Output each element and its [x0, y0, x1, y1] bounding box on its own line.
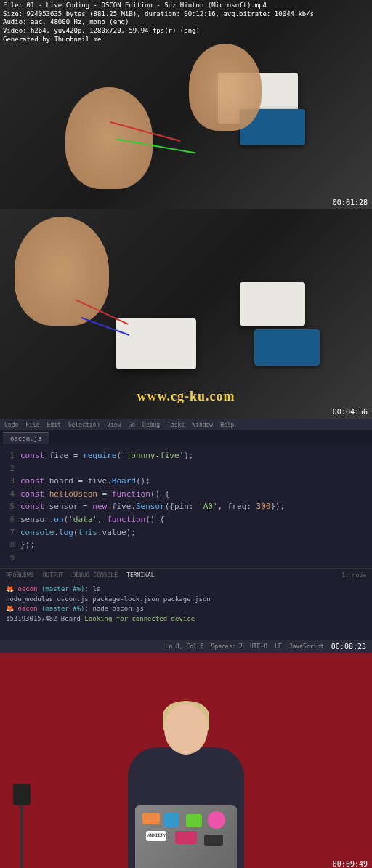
code-line-1: 1const five = require('johnny-five');: [0, 449, 372, 462]
menu-view[interactable]: View: [107, 422, 121, 428]
menu-help[interactable]: Help: [220, 422, 234, 428]
terminal-ls-output: node_modules oscon.js package-lock.json …: [6, 595, 366, 605]
meta-gen: Generated by Thumbnail me: [3, 36, 314, 44]
panel-debug[interactable]: DEBUG CONSOLE: [72, 572, 118, 579]
desk-lamp: [7, 784, 36, 868]
code-line-2: 2: [0, 462, 372, 475]
meta-video: Video: h264, yuv420p, 1280x720, 59.94 fp…: [3, 27, 314, 36]
video-frame-2: www.cg-ku.com 00:04:56: [0, 209, 372, 419]
code-line-7: 7 console.log(this.value);: [0, 526, 372, 539]
menu-window[interactable]: Window: [192, 422, 213, 428]
menu-code[interactable]: Code: [4, 422, 18, 428]
code-area[interactable]: 1const five = require('johnny-five'); 2 …: [0, 445, 372, 568]
status-spaces[interactable]: Spaces: 2: [211, 643, 243, 650]
menu-go[interactable]: Go: [128, 422, 135, 428]
presenter: ANXIETY: [121, 696, 251, 868]
watermark: www.cg-ku.com: [137, 389, 235, 404]
code-editor: Code File Edit Selection View Go Debug T…: [0, 419, 372, 653]
meta-audio: Audio: aac, 48000 Hz, mono (eng): [3, 18, 314, 27]
menu-debug[interactable]: Debug: [142, 422, 160, 428]
video-frame-4: ANXIETY 00:09:49: [0, 653, 372, 868]
arduino-board-2: [254, 329, 320, 366]
status-lang[interactable]: JavaScript: [289, 643, 324, 650]
status-cursor[interactable]: Ln 8, Col 6: [166, 643, 204, 650]
hand-right: [189, 44, 262, 131]
breadboard-1: [116, 318, 196, 369]
panel-tabs: PROBLEMS OUTPUT DEBUG CONSOLE TERMINAL 1…: [0, 568, 372, 582]
hand-left: [65, 87, 153, 189]
file-metadata: File: 01 - Live Coding - OSCON Edition -…: [0, 0, 317, 45]
timecode-2: 00:04:56: [333, 408, 368, 416]
tab-bar: oscon.js: [0, 430, 372, 445]
timecode-3: 00:08:23: [331, 643, 366, 651]
status-encoding[interactable]: UTF-8: [250, 643, 267, 650]
tab-oscon-js[interactable]: oscon.js: [3, 432, 49, 444]
panel-terminal[interactable]: TERMINAL: [126, 572, 155, 579]
menu-file[interactable]: File: [25, 422, 39, 428]
code-line-3: 3const board = five.Board();: [0, 475, 372, 488]
code-line-8: 8 });: [0, 539, 372, 552]
menu-selection[interactable]: Selection: [68, 422, 100, 428]
prompt-icon: 🦊 oscon: [6, 605, 38, 612]
terminal-selector[interactable]: 1: node: [341, 572, 366, 579]
meta-file: File: 01 - Live Coding - OSCON Edition -…: [3, 1, 314, 10]
meta-size: Size: 924053635 bytes (881.25 MiB), dura…: [3, 10, 314, 19]
status-bar: Ln 8, Col 6 Spaces: 2 UTF-8 LF JavaScrip…: [0, 640, 372, 653]
menu-edit[interactable]: Edit: [47, 422, 61, 428]
video-frame-1: File: 01 - Live Coding - OSCON Edition -…: [0, 0, 372, 209]
terminal[interactable]: 🦊 oscon (master #%): ls node_modules osc…: [0, 582, 372, 640]
status-eol[interactable]: LF: [275, 643, 282, 650]
menu-tasks[interactable]: Tasks: [167, 422, 185, 428]
code-line-4: 4const helloOscon = function() {: [0, 488, 372, 501]
panel-output[interactable]: OUTPUT: [43, 572, 64, 579]
code-line-6: 6 sensor.on('data', function() {: [0, 513, 372, 526]
menu-bar: Code File Edit Selection View Go Debug T…: [0, 419, 372, 430]
panel-problems[interactable]: PROBLEMS: [6, 572, 34, 579]
code-line-5: 5 const sensor = new five.Sensor({pin: '…: [0, 500, 372, 513]
timecode-1: 00:01:28: [333, 198, 368, 206]
prompt-icon: 🦊 oscon: [6, 585, 38, 592]
laptop: ANXIETY: [135, 805, 237, 868]
timecode-4: 00:09:49: [333, 860, 368, 868]
code-line-9: 9: [0, 552, 372, 565]
breadboard-2: [240, 282, 305, 326]
